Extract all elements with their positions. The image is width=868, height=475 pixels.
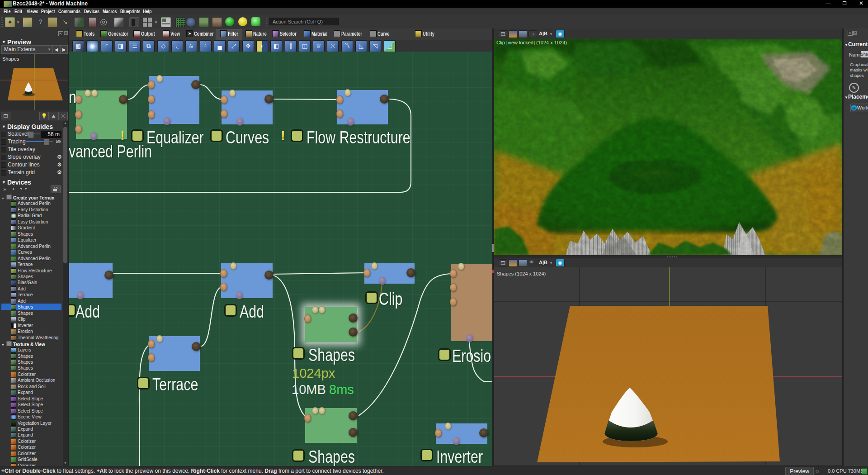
svg-text:Shapes (1024 x 1024): Shapes (1024 x 1024) <box>497 271 546 276</box>
svg-text:Shapes: Shapes <box>2 56 19 62</box>
svg-text:Clip [view locked] (1024 x 102: Clip [view locked] (1024 x 1024) <box>496 40 567 45</box>
